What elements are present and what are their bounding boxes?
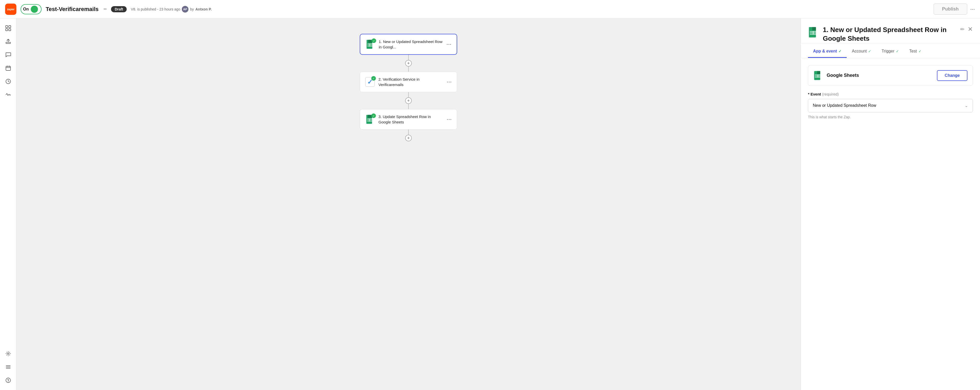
- node1-label: 1. New or Updated Spreadsheet Row in Goo…: [379, 39, 443, 50]
- version-info: V8. is published - 23 hours ago AP by An…: [131, 6, 212, 13]
- tab-test[interactable]: Test ✓: [904, 45, 926, 58]
- sidebar-icon-upload[interactable]: [3, 36, 14, 47]
- panel-header-actions: ✏ ✕: [960, 25, 973, 33]
- panel-app-icon: [808, 27, 819, 38]
- svg-rect-25: [367, 120, 373, 120]
- node3-icon: ✓: [365, 114, 375, 124]
- tab-trigger[interactable]: Trigger ✓: [877, 45, 904, 58]
- app-name-label: Google Sheets: [827, 73, 933, 78]
- edit-title-icon[interactable]: ✏: [103, 7, 107, 11]
- node3-check: ✓: [371, 113, 376, 118]
- zapier-logo: zapier: [5, 3, 16, 15]
- zap-title: Test-Verificaremails: [46, 6, 99, 13]
- svg-point-10: [8, 353, 9, 354]
- sidebar-icon-grid[interactable]: [3, 22, 14, 34]
- by-label: by: [190, 7, 194, 11]
- panel-close-icon[interactable]: ✕: [968, 25, 973, 33]
- sidebar-icon-activity[interactable]: [3, 89, 14, 100]
- more-options-button[interactable]: ···: [970, 6, 975, 13]
- flow-node-2[interactable]: ✓ ✓ 2. Verification Service in Verificar…: [360, 72, 457, 92]
- connector-2: +: [405, 92, 412, 109]
- app-section: Google Sheets Change: [808, 65, 973, 86]
- toggle-circle: [31, 6, 38, 13]
- node2-icon: ✓ ✓: [365, 77, 375, 87]
- publish-button[interactable]: Publish: [934, 3, 967, 14]
- sidebar-icon-list[interactable]: [3, 361, 14, 373]
- sidebar-icon-calendar[interactable]: [3, 62, 14, 74]
- node1-more[interactable]: ···: [446, 41, 452, 48]
- sidebar-icon-clock[interactable]: [3, 76, 14, 87]
- svg-rect-39: [818, 75, 818, 78]
- sidebar-icon-chat[interactable]: [3, 49, 14, 60]
- svg-rect-29: [812, 27, 816, 30]
- add-step-2[interactable]: +: [405, 97, 412, 104]
- svg-rect-26: [367, 121, 373, 121]
- node3-more[interactable]: ···: [447, 117, 452, 122]
- svg-rect-21: [369, 44, 370, 47]
- svg-rect-19: [368, 45, 373, 45]
- main-layout: ✓ 1. New or Updated Spreadsheet Row in G…: [0, 19, 980, 390]
- svg-rect-1: [9, 25, 11, 28]
- toggle-switch[interactable]: On: [21, 4, 41, 14]
- svg-rect-4: [6, 42, 11, 44]
- canvas: ✓ 1. New or Updated Spreadsheet Row in G…: [16, 19, 800, 390]
- flow-node-1[interactable]: ✓ 1. New or Updated Spreadsheet Row in G…: [360, 34, 457, 55]
- svg-rect-20: [368, 46, 373, 46]
- add-step-1[interactable]: +: [405, 60, 412, 67]
- node1-check: ✓: [372, 38, 376, 43]
- node2-label: 2. Verification Service in Verificaremai…: [379, 76, 443, 87]
- svg-rect-33: [813, 31, 814, 35]
- topbar: zapier On Test-Verificaremails ✏ Draft V…: [0, 0, 980, 19]
- toggle-label: On: [23, 7, 29, 11]
- event-field-group: * Event (required) New or Updated Spread…: [808, 92, 973, 119]
- draft-badge: Draft: [111, 6, 127, 12]
- svg-rect-2: [6, 29, 8, 31]
- sidebar-icon-help[interactable]: [3, 375, 14, 386]
- author-name: Antxon P.: [196, 7, 212, 11]
- svg-rect-3: [9, 29, 11, 31]
- tab-app-event[interactable]: App & event ✓: [808, 45, 847, 58]
- panel-body: Google Sheets Change * Event (required) …: [801, 58, 980, 390]
- panel-title: 1. New or Updated Spreadsheet Row in Goo…: [823, 25, 957, 43]
- connector-1: +: [405, 55, 412, 72]
- app-section-icon: [813, 71, 823, 81]
- panel-edit-icon[interactable]: ✏: [960, 26, 965, 32]
- zap-flow: ✓ 1. New or Updated Spreadsheet Row in G…: [355, 34, 462, 141]
- event-select[interactable]: New or Updated Spreadsheet Row ⌄: [808, 99, 973, 113]
- topbar-actions: Publish ···: [934, 3, 975, 14]
- svg-rect-24: [367, 119, 373, 119]
- node2-check: ✓: [371, 76, 376, 81]
- select-chevron-icon: ⌄: [965, 103, 968, 108]
- panel-header: 1. New or Updated Spreadsheet Row in Goo…: [801, 19, 980, 43]
- node1-icon: ✓: [365, 40, 375, 49]
- sidebar: [0, 19, 16, 390]
- event-field-label: * Event (required): [808, 92, 973, 96]
- author-avatar: AP: [182, 6, 188, 13]
- svg-point-15: [8, 382, 8, 382]
- connector-3: +: [405, 130, 412, 141]
- svg-rect-5: [6, 66, 11, 70]
- add-step-3[interactable]: +: [405, 135, 412, 141]
- event-hint: This is what starts the Zap.: [808, 115, 973, 119]
- node3-label: 3. Update Spreadsheet Row in Google Shee…: [379, 114, 443, 125]
- node2-more[interactable]: ···: [447, 79, 452, 85]
- svg-rect-27: [369, 119, 370, 122]
- svg-rect-35: [817, 71, 820, 74]
- right-panel: 1. New or Updated Spreadsheet Row in Goo…: [800, 19, 980, 390]
- svg-rect-0: [6, 25, 8, 28]
- flow-node-3[interactable]: ✓ 3. Update Spreadsheet Row in Google Sh…: [360, 109, 457, 130]
- change-app-button[interactable]: Change: [937, 70, 967, 81]
- sidebar-icon-settings[interactable]: [3, 348, 14, 359]
- svg-rect-18: [368, 44, 373, 44]
- panel-tabs: App & event ✓ Account ✓ Trigger ✓ Test ✓: [801, 45, 980, 58]
- tab-account[interactable]: Account ✓: [847, 45, 877, 58]
